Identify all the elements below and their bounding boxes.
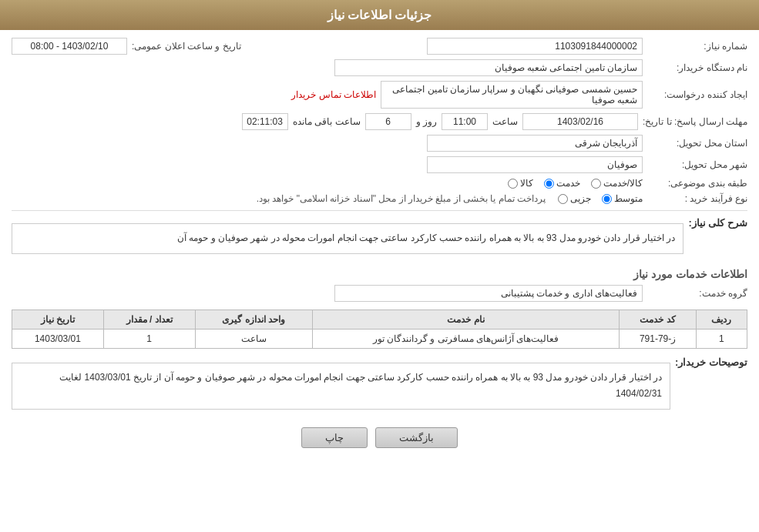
services-table-section: ردیف کد خدمت نام خدمت واحد اندازه گیری ت…: [12, 309, 747, 349]
main-content: شماره نیاز: 1103091844000002 تاریخ و ساع…: [0, 30, 759, 463]
purchase-type-row: نوع فرآیند خرید : جزیی متوسط پرداخت تمام…: [12, 193, 747, 204]
need-number-value: 1103091844000002: [427, 38, 643, 55]
service-group-row: گروه خدمت: فعالیت‌های اداری و خدمات پشتی…: [12, 285, 747, 302]
col-quantity: تعداد / مقدار: [103, 309, 195, 329]
purchase-motavaset-label: متوسط: [614, 193, 643, 204]
buyer-desc-label: توصیحات خریدار:: [675, 356, 747, 368]
services-section-title: اطلاعات خدمات مورد نیاز: [12, 268, 747, 280]
category-kala-khedmat-label: کالا/خدمت: [603, 178, 643, 189]
purchase-jozi-radio[interactable]: [558, 194, 568, 204]
purchase-type-label: نوع فرآیند خرید :: [647, 193, 747, 204]
buyer-org-row: نام دستگاه خریدار: سازمان تامین اجتماعی …: [12, 59, 747, 76]
announce-date-value: 1403/02/10 - 08:00: [12, 38, 127, 55]
creator-row: ایجاد کننده درخواست: حسین شمسی صوفیانی ن…: [12, 81, 747, 109]
buyer-org-label: نام دستگاه خریدار:: [647, 62, 747, 73]
deadline-label: مهلت ارسال پاسخ: تا تاریخ:: [643, 116, 747, 127]
purchase-jozi: جزیی: [558, 193, 591, 204]
deadline-day-label: روز و: [416, 116, 437, 127]
need-desc-value: در اختیار قرار دادن خودرو مدل 93 به بالا…: [12, 223, 683, 254]
announce-date-label: تاریخ و ساعت اعلان عمومی:: [132, 41, 241, 52]
buyer-desc-value: در اختیار قرار دادن خودرو مدل 93 به بالا…: [12, 363, 670, 410]
need-desc-label: شرح کلی نیاز:: [688, 217, 747, 229]
purchase-radio-group: جزیی متوسط: [558, 193, 643, 204]
cell-name: فعالیت‌های آژانس‌های مسافرتی و گردانندگا…: [312, 329, 620, 348]
cell-quantity: 1: [103, 329, 195, 348]
deadline-date-value: 1403/02/16: [522, 113, 638, 130]
col-code: کد خدمت: [620, 309, 696, 329]
cell-row: 1: [696, 329, 747, 348]
category-kala-khedmat: کالا/خدمت: [591, 178, 643, 189]
page-header: جزئیات اطلاعات نیاز: [0, 0, 759, 30]
need-number-label: شماره نیاز:: [647, 41, 747, 52]
remaining-time-value: 02:11:03: [242, 113, 288, 130]
remaining-label: ساعت باقی مانده: [293, 116, 361, 127]
col-row: ردیف: [696, 309, 747, 329]
deadline-day-value: 6: [365, 113, 411, 130]
category-row: طبقه بندی موضوعی: کالا خدمت کالا/خدمت: [12, 178, 747, 189]
separator-1: [12, 210, 747, 211]
need-desc-container: در اختیار قرار دادن خودرو مدل 93 به بالا…: [12, 217, 683, 260]
service-group-value: فعالیت‌های اداری و خدمات پشتیبانی: [334, 285, 643, 302]
cell-unit: ساعت: [195, 329, 312, 348]
back-button[interactable]: بازگشت: [375, 427, 458, 448]
province-value: آذربایجان شرقی: [427, 135, 643, 152]
buyer-org-value: سازمان تامین اجتماعی شعبه صوفیان: [334, 59, 643, 76]
buyer-desc-container: در اختیار قرار دادن خودرو مدل 93 به بالا…: [12, 356, 670, 416]
category-kala-radio[interactable]: [508, 179, 518, 189]
purchase-note: پرداخت تمام یا بخشی از مبلغ خریدار از مح…: [257, 193, 546, 204]
table-row: 1ز-79-791فعالیت‌های آژانس‌های مسافرتی و …: [12, 329, 747, 348]
category-kala-khedmat-radio[interactable]: [591, 179, 601, 189]
category-radio-group: کالا خدمت کالا/خدمت: [508, 178, 643, 189]
col-name: نام خدمت: [312, 309, 620, 329]
province-row: استان محل تحویل: آذربایجان شرقی: [12, 135, 747, 152]
table-header-row: ردیف کد خدمت نام خدمت واحد اندازه گیری ت…: [12, 309, 747, 329]
page-wrapper: جزئیات اطلاعات نیاز شماره نیاز: 11030918…: [0, 0, 759, 532]
category-khedmat-radio[interactable]: [544, 179, 554, 189]
buyer-desc-row: توصیحات خریدار: در اختیار قرار دادن خودر…: [12, 356, 747, 416]
service-group-label: گروه خدمت:: [647, 288, 747, 299]
deadline-time-value: 11:00: [442, 113, 488, 130]
col-unit: واحد اندازه گیری: [195, 309, 312, 329]
cell-code: ز-79-791: [620, 329, 696, 348]
cell-date: 1403/03/01: [12, 329, 104, 348]
city-row: شهر محل تحویل: صوفیان: [12, 156, 747, 173]
purchase-motavaset: متوسط: [602, 193, 643, 204]
purchase-jozi-label: جزیی: [570, 193, 591, 204]
creator-value: حسین شمسی صوفیانی نگهبان و سراپار سازمان…: [381, 81, 643, 109]
city-value: صوفیان: [427, 156, 643, 173]
category-label: طبقه بندی موضوعی:: [647, 178, 747, 189]
category-khedmat: خدمت: [544, 178, 580, 189]
creator-label: ایجاد کننده درخواست:: [647, 89, 747, 100]
category-kala-label: کالا: [520, 178, 533, 189]
category-kala: کالا: [508, 178, 533, 189]
purchase-motavaset-radio[interactable]: [602, 194, 612, 204]
buttons-row: بازگشت چاپ: [12, 427, 747, 448]
page-title: جزئیات اطلاعات نیاز: [327, 8, 432, 22]
col-date: تاریخ نیاز: [12, 309, 104, 329]
services-table: ردیف کد خدمت نام خدمت واحد اندازه گیری ت…: [12, 309, 747, 349]
need-number-row: شماره نیاز: 1103091844000002 تاریخ و ساع…: [12, 38, 747, 55]
print-button[interactable]: چاپ: [301, 427, 368, 448]
category-khedmat-label: خدمت: [556, 178, 580, 189]
city-label: شهر محل تحویل:: [647, 159, 747, 170]
province-label: استان محل تحویل:: [647, 138, 747, 149]
deadline-time-label: ساعت: [492, 116, 518, 127]
creator-contact-link[interactable]: اطلاعات تماس خریدار: [291, 89, 376, 100]
need-desc-row: شرح کلی نیاز: در اختیار قرار دادن خودرو …: [12, 217, 747, 260]
deadline-row: مهلت ارسال پاسخ: تا تاریخ: 1403/02/16 سا…: [12, 113, 747, 130]
